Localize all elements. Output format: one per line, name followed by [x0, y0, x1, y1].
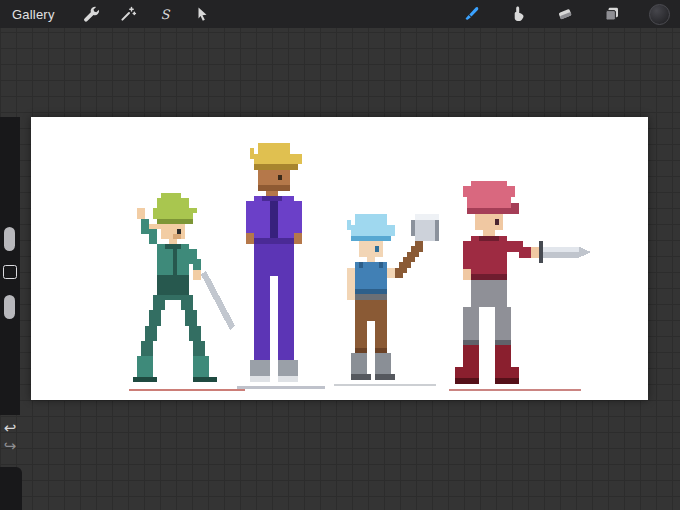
- procreate-workspace: Gallery S: [0, 0, 680, 510]
- wrench-icon: [82, 5, 100, 23]
- layers-icon: [603, 5, 621, 23]
- bottom-left-dock: [0, 467, 22, 510]
- left-tool-group: S: [79, 2, 214, 26]
- svg-text:S: S: [160, 7, 170, 22]
- color-swatch: [649, 4, 670, 25]
- eraser-icon: [556, 5, 574, 23]
- adjustments-button[interactable]: [116, 2, 140, 26]
- right-tool-group: [459, 2, 671, 26]
- transform-arrow-icon: [193, 5, 211, 23]
- drawing-canvas[interactable]: [31, 117, 648, 400]
- modify-button[interactable]: [3, 265, 17, 279]
- selection-s-icon: S: [156, 5, 174, 23]
- magic-wand-icon: [119, 5, 137, 23]
- undo-button[interactable]: ↩: [1, 420, 19, 436]
- shadow-line: [129, 389, 245, 391]
- redo-button[interactable]: ↪: [1, 438, 19, 454]
- transform-button[interactable]: [190, 2, 214, 26]
- character-tall-blonde: [234, 143, 314, 387]
- paintbrush-icon: [462, 5, 481, 24]
- gallery-button[interactable]: Gallery: [12, 7, 55, 22]
- layers-button[interactable]: [600, 2, 624, 26]
- actions-button[interactable]: [79, 2, 103, 26]
- character-elf-swordsman: [125, 193, 237, 387]
- paint-button[interactable]: [459, 2, 483, 26]
- selection-button[interactable]: S: [153, 2, 177, 26]
- top-toolbar: Gallery S: [0, 0, 680, 28]
- character-blue-axe: [331, 209, 451, 385]
- brush-size-slider[interactable]: [4, 227, 15, 251]
- smudge-button[interactable]: [506, 2, 530, 26]
- smudge-finger-icon: [509, 5, 527, 23]
- erase-button[interactable]: [553, 2, 577, 26]
- brush-sidebar: [0, 117, 20, 415]
- color-button[interactable]: [647, 2, 671, 26]
- shadow-line: [449, 389, 581, 391]
- opacity-slider[interactable]: [4, 295, 15, 319]
- character-pink-sword: [443, 181, 595, 389]
